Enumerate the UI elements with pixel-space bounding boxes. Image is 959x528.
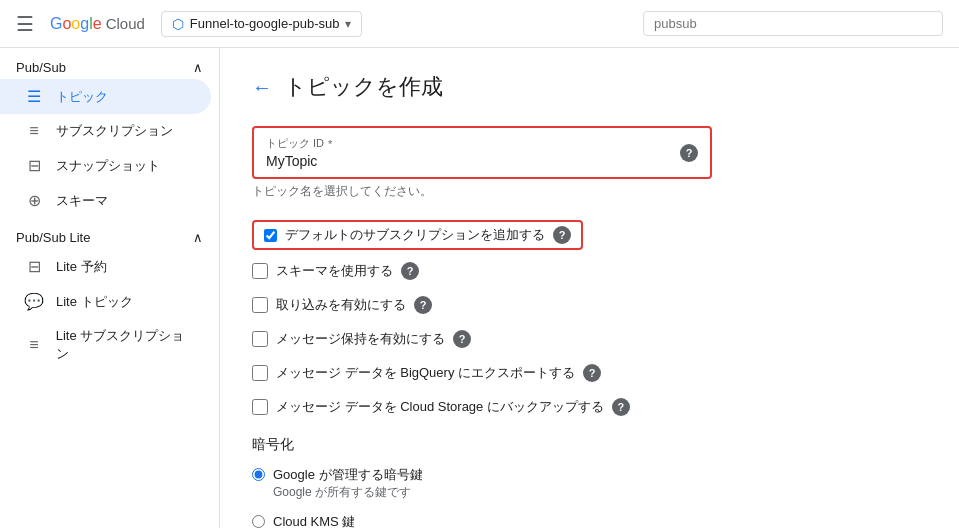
lite-subscriptions-icon: ≡ xyxy=(24,336,44,354)
cloud-kms-radio[interactable] xyxy=(252,515,265,528)
message-retention-label: メッセージ保持を有効にする xyxy=(276,330,445,348)
subscriptions-icon: ≡ xyxy=(24,122,44,140)
topics-icon: ☰ xyxy=(24,87,44,106)
message-retention-checkbox-item: メッセージ保持を有効にする ? xyxy=(252,326,927,352)
default-subscription-wrapper: デフォルトのサブスクリプションを追加する ? xyxy=(252,220,583,250)
google-key-label: Google が管理する暗号鍵 xyxy=(273,466,423,484)
lite-reservation-icon: ⊟ xyxy=(24,257,44,276)
cloud-storage-checkbox-item: メッセージ データを Cloud Storage にバックアップする ? xyxy=(252,394,927,420)
project-name: Funnel-to-google-pub-sub xyxy=(190,16,340,31)
message-retention-group: メッセージ保持を有効にする ? xyxy=(252,326,927,352)
default-subscription-label: デフォルトのサブスクリプションを追加する xyxy=(285,226,545,244)
sidebar-item-lite-topics-label: Lite トピック xyxy=(56,293,133,311)
schema-checkbox-item: スキーマを使用する ? xyxy=(252,258,927,284)
cloud-kms-label: Cloud KMS 鍵 xyxy=(273,513,393,528)
schema-help-icon[interactable]: ? xyxy=(401,262,419,280)
google-key-radio-group: Google が管理する暗号鍵 Google が所有する鍵です xyxy=(252,462,927,505)
cloud-storage-checkbox[interactable] xyxy=(252,399,268,415)
topic-id-field-wrapper: トピック ID * ? xyxy=(252,126,712,179)
google-key-sub: Google が所有する鍵です xyxy=(273,484,423,501)
bigquery-export-label: メッセージ データを BigQuery にエクスポートする xyxy=(276,364,575,382)
ingestion-label: 取り込みを有効にする xyxy=(276,296,406,314)
topic-id-field-group: トピック ID * ? トピック名を選択してください。 xyxy=(252,126,927,200)
schema-group: スキーマを使用する ? xyxy=(252,258,927,284)
google-key-radio-item: Google が管理する暗号鍵 Google が所有する鍵です xyxy=(252,462,927,505)
sidebar-item-lite-topics[interactable]: 💬 Lite トピック xyxy=(0,284,211,319)
bigquery-export-checkbox[interactable] xyxy=(252,365,268,381)
pubsub-lite-section-chevron-icon[interactable]: ∧ xyxy=(193,230,203,245)
ingestion-checkbox-item: 取り込みを有効にする ? xyxy=(252,292,927,318)
pubsub-section-header: Pub/Sub ∧ xyxy=(0,48,219,79)
sidebar: Pub/Sub ∧ ☰ トピック ≡ サブスクリプション ⊟ スナップショット … xyxy=(0,48,220,528)
pubsub-lite-section-label: Pub/Sub Lite xyxy=(16,230,90,245)
sidebar-item-topics-label: トピック xyxy=(56,88,108,106)
topic-id-help-icon[interactable]: ? xyxy=(668,128,710,177)
sidebar-item-snapshots-label: スナップショット xyxy=(56,157,160,175)
pubsub-lite-section-header: Pub/Sub Lite ∧ xyxy=(0,218,219,249)
topic-id-hint: トピック名を選択してください。 xyxy=(252,183,927,200)
schema-label: スキーマを使用する xyxy=(276,262,393,280)
snapshots-icon: ⊟ xyxy=(24,156,44,175)
ingestion-checkbox[interactable] xyxy=(252,297,268,313)
cloud-kms-label-group: Cloud KMS 鍵 顧客が所有する鍵です xyxy=(273,513,393,528)
google-key-label-group: Google が管理する暗号鍵 Google が所有する鍵です xyxy=(273,466,423,501)
default-subscription-help-icon[interactable]: ? xyxy=(553,226,571,244)
lite-topics-icon: 💬 xyxy=(24,292,44,311)
hamburger-icon[interactable]: ☰ xyxy=(16,12,34,36)
ingestion-help-icon[interactable]: ? xyxy=(414,296,432,314)
sidebar-item-lite-subscriptions[interactable]: ≡ Lite サブスクリプション xyxy=(0,319,211,371)
pubsub-section-label: Pub/Sub xyxy=(16,60,66,75)
project-chevron-icon: ▾ xyxy=(345,17,351,31)
bigquery-export-checkbox-item: メッセージ データを BigQuery にエクスポートする ? xyxy=(252,360,927,386)
message-retention-checkbox[interactable] xyxy=(252,331,268,347)
topic-id-label: トピック ID * xyxy=(266,136,656,151)
sidebar-item-lite-reservation-label: Lite 予約 xyxy=(56,258,107,276)
cloud-text: Cloud xyxy=(106,15,145,32)
encryption-section-label: 暗号化 xyxy=(252,436,927,454)
message-retention-help-icon[interactable]: ? xyxy=(453,330,471,348)
sidebar-item-lite-subscriptions-label: Lite サブスクリプション xyxy=(56,327,195,363)
search-input[interactable] xyxy=(654,16,932,31)
ingestion-group: 取り込みを有効にする ? xyxy=(252,292,927,318)
sidebar-item-schema-label: スキーマ xyxy=(56,192,108,210)
create-topic-form: トピック ID * ? トピック名を選択してください。 xyxy=(252,126,927,528)
search-bar[interactable] xyxy=(643,11,943,36)
google-cloud-logo: Google Cloud xyxy=(50,15,145,33)
pubsub-section-chevron-icon[interactable]: ∧ xyxy=(193,60,203,75)
sidebar-item-lite-reservation[interactable]: ⊟ Lite 予約 xyxy=(0,249,211,284)
project-selector[interactable]: ⬡ Funnel-to-google-pub-sub ▾ xyxy=(161,11,363,37)
page-title: トピックを作成 xyxy=(284,72,443,102)
sidebar-item-subscriptions-label: サブスクリプション xyxy=(56,122,173,140)
google-key-radio[interactable] xyxy=(252,468,265,481)
topic-id-inner: トピック ID * xyxy=(254,128,668,177)
cloud-storage-label: メッセージ データを Cloud Storage にバックアップする xyxy=(276,398,604,416)
default-subscription-group: デフォルトのサブスクリプションを追加する ? xyxy=(252,220,927,250)
cloud-kms-radio-group: Cloud KMS 鍵 顧客が所有する鍵です xyxy=(252,509,927,528)
back-button[interactable]: ← xyxy=(252,76,272,99)
topic-id-input[interactable] xyxy=(266,153,656,169)
bigquery-export-group: メッセージ データを BigQuery にエクスポートする ? xyxy=(252,360,927,386)
schema-icon: ⊕ xyxy=(24,191,44,210)
sidebar-item-subscriptions[interactable]: ≡ サブスクリプション xyxy=(0,114,211,148)
main-content: ← トピックを作成 トピック ID * xyxy=(220,48,959,528)
default-subscription-checkbox[interactable] xyxy=(264,229,277,242)
schema-checkbox[interactable] xyxy=(252,263,268,279)
sidebar-item-snapshots[interactable]: ⊟ スナップショット xyxy=(0,148,211,183)
cloud-storage-help-icon[interactable]: ? xyxy=(612,398,630,416)
page-header: ← トピックを作成 xyxy=(252,72,927,102)
sidebar-item-topics[interactable]: ☰ トピック xyxy=(0,79,211,114)
cloud-kms-radio-item: Cloud KMS 鍵 顧客が所有する鍵です xyxy=(252,509,927,528)
project-icon: ⬡ xyxy=(172,16,184,32)
cloud-storage-group: メッセージ データを Cloud Storage にバックアップする ? xyxy=(252,394,927,420)
sidebar-item-schema[interactable]: ⊕ スキーマ xyxy=(0,183,211,218)
bigquery-export-help-icon[interactable]: ? xyxy=(583,364,601,382)
